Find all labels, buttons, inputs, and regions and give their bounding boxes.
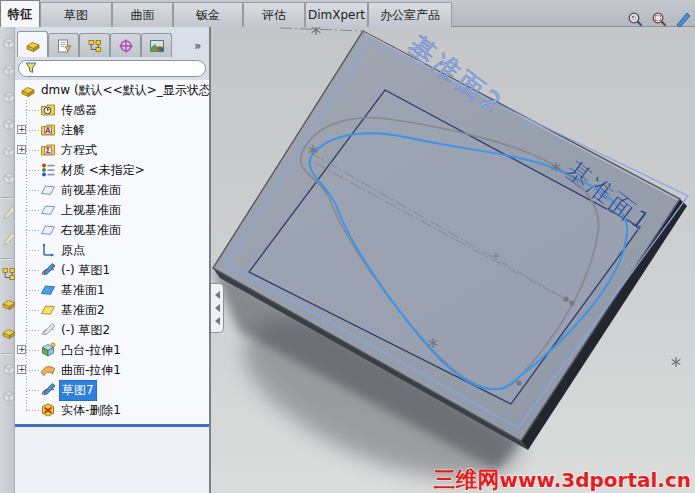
tree-item-label: 原点: [59, 241, 87, 260]
material-icon: [40, 162, 56, 178]
tree-item-12[interactable]: (-) 草图2: [15, 320, 209, 340]
command-tab-3[interactable]: 曲面: [112, 2, 173, 27]
plane-blue-icon: [40, 282, 56, 298]
tree-item-3[interactable]: +Σ方程式: [15, 140, 209, 160]
tree-item-16[interactable]: 实体-删除1: [15, 400, 209, 420]
left-toolbar-divider: [1, 197, 13, 198]
command-tab-4[interactable]: 钣金: [173, 2, 243, 27]
left-toolbar-cube-faint-icon[interactable]: [1, 143, 14, 156]
command-tab-bar: 特征草图曲面钣金评估DimXpert办公室产品: [0, 0, 695, 27]
surface-extrude-icon: [40, 362, 56, 378]
left-toolbar-part-icon[interactable]: [1, 295, 14, 308]
left-toolbar-divider: [1, 353, 13, 354]
tree-item-label: 凸台-拉伸1: [59, 341, 123, 360]
command-tab-6[interactable]: DimXpert: [305, 2, 368, 27]
tree-item-7[interactable]: 右视基准面: [15, 220, 209, 240]
tree-connector: [26, 250, 39, 251]
left-toolbar-cube-faint-icon[interactable]: [1, 35, 14, 48]
property-manager-tab[interactable]: [48, 33, 79, 57]
tree-item-13[interactable]: +凸台-拉伸1: [15, 340, 209, 360]
left-toolbar-cube-faint-icon[interactable]: [1, 62, 14, 75]
boss-extrude-icon: [40, 342, 56, 358]
tree-item-label: 材质 <未指定>: [59, 161, 147, 180]
expander-plus-icon[interactable]: +: [17, 125, 26, 134]
filter-box[interactable]: [18, 60, 206, 77]
tree-item-4[interactable]: 材质 <未指定>: [15, 160, 209, 180]
left-toolbar-part-icon[interactable]: [1, 324, 14, 337]
tree-root-item[interactable]: dmw (默认<<默认>_显示状态: [15, 80, 209, 100]
panel-splitter-handle[interactable]: [211, 283, 224, 333]
origin-icon: [40, 242, 56, 258]
tree-item-label: 方程式: [59, 141, 99, 160]
panel-lower-pane: [15, 427, 209, 493]
zoom-area-icon[interactable]: [648, 8, 669, 29]
left-toolbar: [0, 27, 15, 493]
tree-item-label: 上视基准面: [59, 201, 123, 220]
tree-item-14[interactable]: +曲面-拉伸1: [15, 360, 209, 380]
feature-manager-panel: » dmw (默认<<默认>_显示状态传感器+A注解+Σ方程式材质 <未指定>前…: [15, 27, 211, 493]
expander-plus-icon[interactable]: +: [17, 365, 26, 374]
sketch-pale-icon: [40, 322, 56, 338]
left-toolbar-cube-faint-icon[interactable]: [1, 89, 14, 102]
configuration-manager-tab[interactable]: [79, 33, 110, 57]
command-tab-7[interactable]: 办公室产品: [368, 2, 452, 27]
expander-plus-icon[interactable]: +: [17, 345, 26, 354]
tree-item-11[interactable]: 基准面2: [15, 300, 209, 320]
tree-item-1[interactable]: 传感器: [15, 100, 209, 120]
left-toolbar-cube-faint-icon[interactable]: [1, 388, 14, 401]
tree-item-2[interactable]: +A注解: [15, 120, 209, 140]
zoom-fit-icon[interactable]: [624, 8, 645, 29]
tree-connector: [26, 130, 39, 131]
svg-text:A: A: [45, 126, 51, 135]
tree-item-label: 实体-删除1: [59, 401, 123, 420]
left-toolbar-cube-faint-icon[interactable]: [1, 170, 14, 183]
tree-item-label: 右视基准面: [59, 221, 123, 240]
tree-connector: [26, 270, 39, 271]
tree-connector: [26, 370, 39, 371]
command-tab-5[interactable]: 评估: [243, 2, 305, 27]
left-toolbar-cube-faint-icon[interactable]: [1, 116, 14, 129]
tree-connector: [26, 310, 39, 311]
expander-plus-icon[interactable]: +: [17, 145, 26, 154]
tree-item-label: 草图7: [59, 380, 97, 401]
left-toolbar-config-icon[interactable]: [1, 266, 14, 279]
feature-tree-tab[interactable]: [17, 31, 48, 57]
tree-connector: [26, 390, 39, 391]
filter-input[interactable]: [41, 62, 199, 75]
left-toolbar-pencil-faint-icon[interactable]: [1, 205, 14, 218]
collapse-arrow-icon: [215, 304, 220, 312]
sketch-icon: [40, 262, 56, 278]
plane-icon: [40, 222, 56, 238]
tree-item-9[interactable]: (-) 草图1: [15, 260, 209, 280]
tree-connector: [26, 110, 39, 111]
view-toolbar: [624, 8, 693, 29]
sensors-icon: [40, 102, 56, 118]
tree-item-10[interactable]: 基准面1: [15, 280, 209, 300]
tree-item-label: 曲面-拉伸1: [59, 361, 123, 380]
equations-icon: Σ: [40, 142, 56, 158]
tree-item-label: 传感器: [59, 101, 99, 120]
command-tabs: 特征草图曲面钣金评估DimXpert办公室产品: [0, 0, 452, 27]
manager-tabs-overflow[interactable]: »: [194, 39, 201, 53]
tree-connector: [26, 170, 39, 171]
tree-connector: [26, 410, 39, 411]
annotations-icon: A: [40, 122, 56, 138]
tree-connector: [26, 210, 39, 211]
tree-item-6[interactable]: 上视基准面: [15, 200, 209, 220]
sketch-icon: [40, 382, 56, 398]
command-tab-2[interactable]: 草图: [40, 2, 112, 27]
tree-item-8[interactable]: 原点: [15, 240, 209, 260]
left-toolbar-pencil-faint-icon[interactable]: [1, 231, 14, 244]
left-toolbar-cube-faint-icon[interactable]: [1, 361, 14, 374]
tree-connector: [26, 190, 39, 191]
tree-item-15[interactable]: 草图7: [15, 380, 209, 400]
watermark: 三维网www.3dportal.cn: [433, 467, 691, 492]
sketch-partial-icon[interactable]: [672, 8, 693, 29]
tree-item-5[interactable]: 前视基准面: [15, 180, 209, 200]
dimxpert-manager-tab[interactable]: [110, 33, 141, 57]
body-delete-icon: [40, 402, 56, 418]
tree-item-label: dmw (默认<<默认>_显示状态: [39, 81, 209, 100]
manager-tab-row: »: [17, 31, 201, 57]
display-manager-tab[interactable]: [141, 33, 172, 57]
command-tab-1[interactable]: 特征: [0, 0, 40, 27]
